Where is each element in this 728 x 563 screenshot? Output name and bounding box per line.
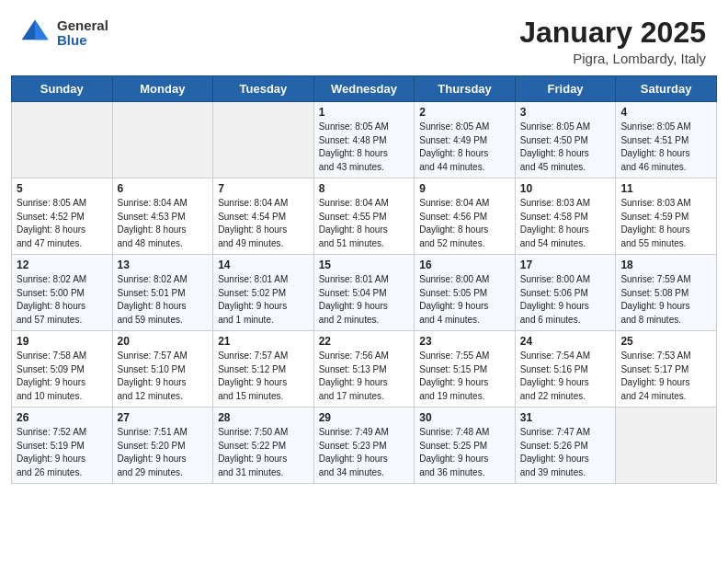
weekday-header-row: SundayMondayTuesdayWednesdayThursdayFrid… bbox=[12, 76, 717, 102]
calendar-cell: 16Sunrise: 8:00 AM Sunset: 5:05 PM Dayli… bbox=[415, 255, 516, 331]
week-row-3: 12Sunrise: 8:02 AM Sunset: 5:00 PM Dayli… bbox=[12, 255, 717, 331]
day-number: 4 bbox=[620, 106, 711, 119]
day-info: Sunrise: 7:56 AM Sunset: 5:13 PM Dayligh… bbox=[319, 350, 410, 403]
calendar-cell: 23Sunrise: 7:55 AM Sunset: 5:15 PM Dayli… bbox=[415, 331, 516, 408]
day-info: Sunrise: 7:51 AM Sunset: 5:20 PM Dayligh… bbox=[118, 426, 209, 479]
day-info: Sunrise: 8:00 AM Sunset: 5:06 PM Dayligh… bbox=[520, 273, 611, 327]
calendar-cell: 28Sunrise: 7:50 AM Sunset: 5:22 PM Dayli… bbox=[213, 408, 314, 484]
week-row-4: 19Sunrise: 7:58 AM Sunset: 5:09 PM Dayli… bbox=[12, 331, 717, 408]
calendar-location: Pigra, Lombardy, Italy bbox=[519, 51, 706, 66]
calendar-cell bbox=[213, 102, 314, 178]
day-number: 13 bbox=[118, 259, 209, 271]
day-number: 1 bbox=[319, 106, 410, 119]
day-info: Sunrise: 8:01 AM Sunset: 5:04 PM Dayligh… bbox=[319, 273, 410, 327]
day-info: Sunrise: 8:05 AM Sunset: 4:50 PM Dayligh… bbox=[520, 121, 611, 174]
logo-text: General Blue bbox=[57, 18, 108, 49]
svg-marker-1 bbox=[35, 20, 48, 40]
day-info: Sunrise: 8:04 AM Sunset: 4:54 PM Dayligh… bbox=[218, 197, 309, 250]
day-number: 18 bbox=[620, 259, 711, 271]
day-number: 23 bbox=[419, 335, 510, 348]
day-number: 12 bbox=[17, 259, 108, 271]
day-info: Sunrise: 7:55 AM Sunset: 5:15 PM Dayligh… bbox=[419, 350, 510, 403]
day-info: Sunrise: 8:04 AM Sunset: 4:56 PM Dayligh… bbox=[419, 197, 510, 250]
calendar-cell: 2Sunrise: 8:05 AM Sunset: 4:49 PM Daylig… bbox=[415, 102, 516, 178]
day-info: Sunrise: 7:52 AM Sunset: 5:19 PM Dayligh… bbox=[17, 426, 108, 479]
day-number: 31 bbox=[520, 411, 611, 424]
calendar: SundayMondayTuesdayWednesdayThursdayFrid… bbox=[0, 75, 728, 563]
day-info: Sunrise: 8:04 AM Sunset: 4:55 PM Dayligh… bbox=[319, 197, 410, 250]
day-info: Sunrise: 8:02 AM Sunset: 5:00 PM Dayligh… bbox=[17, 273, 108, 327]
calendar-cell: 10Sunrise: 8:03 AM Sunset: 4:58 PM Dayli… bbox=[515, 178, 616, 255]
calendar-cell: 15Sunrise: 8:01 AM Sunset: 5:04 PM Dayli… bbox=[313, 255, 415, 331]
day-info: Sunrise: 7:54 AM Sunset: 5:16 PM Dayligh… bbox=[520, 350, 611, 403]
calendar-cell: 22Sunrise: 7:56 AM Sunset: 5:13 PM Dayli… bbox=[313, 331, 415, 408]
weekday-header-friday: Friday bbox=[515, 76, 616, 102]
calendar-cell: 14Sunrise: 8:01 AM Sunset: 5:02 PM Dayli… bbox=[213, 255, 314, 331]
day-info: Sunrise: 8:05 AM Sunset: 4:52 PM Dayligh… bbox=[17, 197, 108, 250]
day-number: 21 bbox=[218, 335, 309, 348]
day-number: 9 bbox=[419, 182, 510, 195]
calendar-cell: 12Sunrise: 8:02 AM Sunset: 5:00 PM Dayli… bbox=[12, 255, 113, 331]
calendar-cell: 31Sunrise: 7:47 AM Sunset: 5:26 PM Dayli… bbox=[515, 408, 616, 484]
weekday-header-monday: Monday bbox=[112, 76, 213, 102]
day-number: 2 bbox=[419, 106, 510, 119]
header: General Blue January 2025 Pigra, Lombard… bbox=[0, 0, 728, 75]
calendar-cell: 5Sunrise: 8:05 AM Sunset: 4:52 PM Daylig… bbox=[12, 178, 113, 255]
day-number: 25 bbox=[620, 335, 711, 348]
page: General Blue January 2025 Pigra, Lombard… bbox=[0, 0, 728, 563]
day-number: 22 bbox=[319, 335, 410, 348]
day-info: Sunrise: 7:49 AM Sunset: 5:23 PM Dayligh… bbox=[319, 426, 410, 479]
day-info: Sunrise: 8:01 AM Sunset: 5:02 PM Dayligh… bbox=[218, 273, 309, 327]
calendar-cell: 8Sunrise: 8:04 AM Sunset: 4:55 PM Daylig… bbox=[313, 178, 415, 255]
week-row-1: 1Sunrise: 8:05 AM Sunset: 4:48 PM Daylig… bbox=[12, 102, 717, 178]
day-number: 7 bbox=[218, 182, 309, 195]
day-number: 27 bbox=[118, 411, 209, 424]
day-number: 11 bbox=[620, 182, 711, 195]
day-number: 29 bbox=[319, 411, 410, 424]
day-number: 20 bbox=[118, 335, 209, 348]
day-info: Sunrise: 7:48 AM Sunset: 5:25 PM Dayligh… bbox=[419, 426, 510, 479]
day-info: Sunrise: 8:05 AM Sunset: 4:49 PM Dayligh… bbox=[419, 121, 510, 174]
day-info: Sunrise: 8:00 AM Sunset: 5:05 PM Dayligh… bbox=[419, 273, 510, 327]
calendar-cell: 7Sunrise: 8:04 AM Sunset: 4:54 PM Daylig… bbox=[213, 178, 314, 255]
calendar-cell: 21Sunrise: 7:57 AM Sunset: 5:12 PM Dayli… bbox=[213, 331, 314, 408]
calendar-cell: 11Sunrise: 8:03 AM Sunset: 4:59 PM Dayli… bbox=[616, 178, 717, 255]
day-number: 6 bbox=[118, 182, 209, 195]
calendar-cell: 26Sunrise: 7:52 AM Sunset: 5:19 PM Dayli… bbox=[12, 408, 113, 484]
day-info: Sunrise: 7:57 AM Sunset: 5:10 PM Dayligh… bbox=[118, 350, 209, 403]
day-info: Sunrise: 7:47 AM Sunset: 5:26 PM Dayligh… bbox=[520, 426, 611, 479]
calendar-cell: 9Sunrise: 8:04 AM Sunset: 4:56 PM Daylig… bbox=[415, 178, 516, 255]
day-number: 8 bbox=[319, 182, 410, 195]
calendar-title: January 2025 bbox=[519, 17, 706, 49]
day-number: 3 bbox=[520, 106, 611, 119]
day-number: 30 bbox=[419, 411, 510, 424]
day-number: 15 bbox=[319, 259, 410, 271]
calendar-cell: 6Sunrise: 8:04 AM Sunset: 4:53 PM Daylig… bbox=[112, 178, 213, 255]
logo-icon bbox=[18, 17, 51, 50]
calendar-cell: 1Sunrise: 8:05 AM Sunset: 4:48 PM Daylig… bbox=[313, 102, 415, 178]
day-number: 10 bbox=[520, 182, 611, 195]
day-number: 26 bbox=[17, 411, 108, 424]
calendar-cell: 24Sunrise: 7:54 AM Sunset: 5:16 PM Dayli… bbox=[515, 331, 616, 408]
weekday-header-thursday: Thursday bbox=[415, 76, 516, 102]
calendar-table: SundayMondayTuesdayWednesdayThursdayFrid… bbox=[11, 75, 717, 484]
day-number: 16 bbox=[419, 259, 510, 271]
day-number: 24 bbox=[520, 335, 611, 348]
calendar-cell: 4Sunrise: 8:05 AM Sunset: 4:51 PM Daylig… bbox=[616, 102, 717, 178]
calendar-cell: 3Sunrise: 8:05 AM Sunset: 4:50 PM Daylig… bbox=[515, 102, 616, 178]
calendar-cell: 25Sunrise: 7:53 AM Sunset: 5:17 PM Dayli… bbox=[616, 331, 717, 408]
calendar-cell: 19Sunrise: 7:58 AM Sunset: 5:09 PM Dayli… bbox=[12, 331, 113, 408]
logo-general-text: General bbox=[57, 18, 108, 34]
day-info: Sunrise: 8:05 AM Sunset: 4:48 PM Dayligh… bbox=[319, 121, 410, 174]
calendar-cell: 18Sunrise: 7:59 AM Sunset: 5:08 PM Dayli… bbox=[616, 255, 717, 331]
day-info: Sunrise: 7:58 AM Sunset: 5:09 PM Dayligh… bbox=[17, 350, 108, 403]
day-info: Sunrise: 7:59 AM Sunset: 5:08 PM Dayligh… bbox=[620, 273, 711, 327]
day-number: 19 bbox=[17, 335, 108, 348]
day-info: Sunrise: 7:57 AM Sunset: 5:12 PM Dayligh… bbox=[218, 350, 309, 403]
weekday-header-wednesday: Wednesday bbox=[313, 76, 415, 102]
weekday-header-tuesday: Tuesday bbox=[213, 76, 314, 102]
weekday-header-saturday: Saturday bbox=[616, 76, 717, 102]
calendar-cell: 17Sunrise: 8:00 AM Sunset: 5:06 PM Dayli… bbox=[515, 255, 616, 331]
day-number: 28 bbox=[218, 411, 309, 424]
day-info: Sunrise: 7:53 AM Sunset: 5:17 PM Dayligh… bbox=[620, 350, 711, 403]
